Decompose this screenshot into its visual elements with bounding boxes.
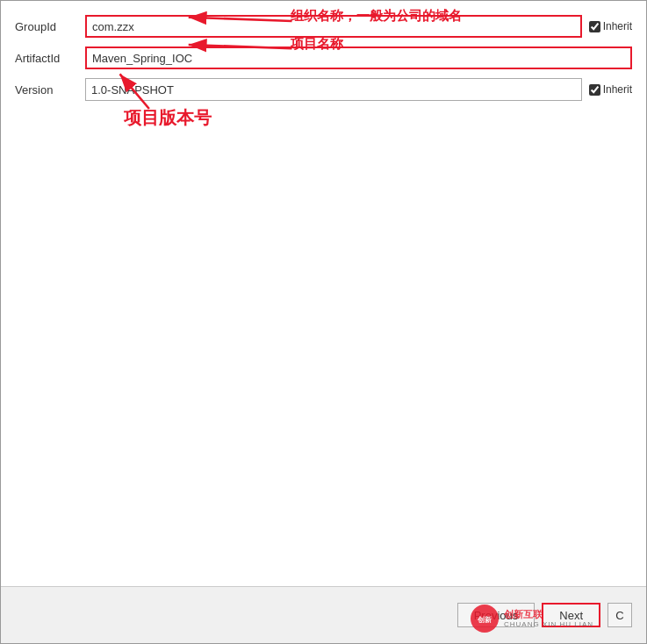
bottom-bar: Previous Next C 创新 创新互联 CHUANG XIN HU LI… <box>1 586 646 643</box>
main-window: GroupId Inherit ArtifactId Version Inher… <box>0 0 647 644</box>
groupid-label: GroupId <box>15 20 85 33</box>
watermark-sub: CHUANG XIN HU LIAN <box>504 620 593 629</box>
brand-icon: 创新 <box>475 609 494 628</box>
version-row: Version Inherit <box>15 78 632 101</box>
artifactid-label: ArtifactId <box>15 52 85 65</box>
annotation-artifactid-text: 项目名称 <box>291 36 343 51</box>
annotation-artifactid: 项目名称 <box>291 36 343 53</box>
annotation-version: 项目版本号 <box>124 106 212 130</box>
annotation-groupid: 组织名称，一般为公司的域名 <box>291 8 462 25</box>
cancel-button[interactable]: C <box>607 603 632 627</box>
watermark-logo: 创新 <box>471 605 499 633</box>
version-label: Version <box>15 83 85 97</box>
groupid-inherit-label: Inherit <box>603 20 632 32</box>
watermark: 创新 创新互联 CHUANG XIN HU LIAN <box>471 605 593 633</box>
version-inherit-checkbox[interactable] <box>589 84 600 96</box>
artifactid-input[interactable] <box>85 47 632 69</box>
groupid-inherit: Inherit <box>589 20 632 32</box>
annotation-groupid-text: 组织名称，一般为公司的域名 <box>291 8 462 23</box>
version-inherit: Inherit <box>589 83 632 96</box>
watermark-brand: 创新互联 <box>504 608 593 620</box>
version-inherit-label: Inherit <box>603 83 632 96</box>
content-area: GroupId Inherit ArtifactId Version Inher… <box>1 1 646 586</box>
svg-text:创新: 创新 <box>477 615 492 624</box>
version-input[interactable] <box>85 78 582 101</box>
annotation-version-text: 项目版本号 <box>124 108 212 127</box>
watermark-text-block: 创新互联 CHUANG XIN HU LIAN <box>504 608 593 630</box>
groupid-inherit-checkbox[interactable] <box>589 21 600 32</box>
